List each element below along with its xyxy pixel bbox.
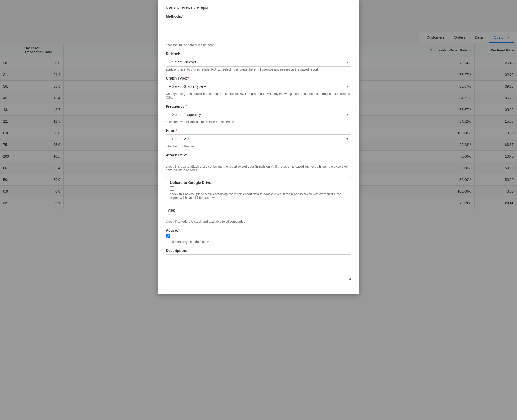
upload-google-drive-checkbox[interactable]	[170, 186, 174, 191]
ruleset-hint: apply a ruleset to this schedule. NOTE :…	[166, 68, 351, 71]
frequency-select[interactable]: -- Select Frequency --	[166, 110, 351, 119]
modal-overlay: Users to receive the report Methods:* ho…	[0, 0, 517, 420]
active-checkbox[interactable]	[166, 234, 170, 238]
hour-label: Hour:*	[166, 129, 351, 133]
upload-google-drive-checkbox-group	[170, 186, 347, 191]
active-checkbox-group	[166, 234, 351, 238]
attach-csv-hint: check this box to attach a csv containin…	[166, 165, 351, 172]
type-checkbox-group	[166, 214, 351, 218]
hour-select-wrapper: -- Select Value --	[166, 134, 351, 143]
frequency-select-wrapper: -- Select Frequency --	[166, 110, 351, 119]
frequency-group: Frequency:* -- Select Frequency -- how o…	[166, 104, 351, 124]
methods-label: Methods:*	[166, 14, 351, 19]
active-label: Active:	[166, 228, 351, 233]
description-textarea[interactable]	[166, 254, 351, 281]
upload-google-drive-label: Upload to Google Drive:	[170, 181, 347, 185]
description-group: Description:	[166, 248, 351, 282]
active-group: Active: is this company schedule active	[166, 228, 351, 244]
hour-hint: what hour of the day	[166, 145, 351, 148]
upload-google-drive-hint: check this box to upload a csv containin…	[170, 192, 347, 200]
type-group: Type: check if schedule is stock and ava…	[166, 208, 351, 224]
attach-csv-checkbox[interactable]	[166, 159, 170, 163]
ruleset-select[interactable]: -- Select Ruleset --	[166, 58, 351, 67]
ruleset-group: Ruleset: -- Select Ruleset -- apply a ru…	[166, 52, 351, 71]
active-hint: is this company schedule active	[166, 240, 351, 244]
methods-hint: how should the schedules be sent	[166, 43, 351, 47]
type-label: Type:	[166, 208, 351, 212]
attach-csv-label: Attach CSV:	[166, 153, 351, 157]
graph-type-group: Graph Type:* -- Select Graph Type -- wha…	[166, 76, 351, 99]
methods-textarea[interactable]	[166, 20, 351, 41]
modal-dialog: Users to receive the report Methods:* ho…	[158, 0, 359, 294]
hour-group: Hour:* -- Select Value -- what hour of t…	[166, 129, 351, 148]
methods-group: Methods:* how should the schedules be se…	[166, 14, 351, 47]
hour-select[interactable]: -- Select Value --	[166, 134, 351, 143]
description-label: Description:	[166, 248, 351, 253]
type-checkbox[interactable]	[166, 214, 170, 218]
graph-type-select-wrapper: -- Select Graph Type --	[166, 82, 351, 91]
ruleset-label: Ruleset:	[166, 52, 351, 56]
frequency-label: Frequency:*	[166, 104, 351, 108]
modal-intro-text: Users to receive the report	[166, 5, 351, 10]
attach-csv-group: Attach CSV: check this box to attach a c…	[166, 153, 351, 172]
graph-type-hint: what type of graph should be used for th…	[166, 92, 351, 99]
upload-google-drive-section: Upload to Google Drive: check this box t…	[166, 177, 351, 203]
graph-type-select[interactable]: -- Select Graph Type --	[166, 82, 351, 91]
ruleset-select-wrapper: -- Select Ruleset --	[166, 58, 351, 67]
frequency-hint: how often would you like to receive the …	[166, 120, 351, 124]
graph-type-label: Graph Type:*	[166, 76, 351, 80]
attach-csv-checkbox-group	[166, 159, 351, 163]
type-hint: check if schedule is stock and available…	[166, 220, 351, 224]
